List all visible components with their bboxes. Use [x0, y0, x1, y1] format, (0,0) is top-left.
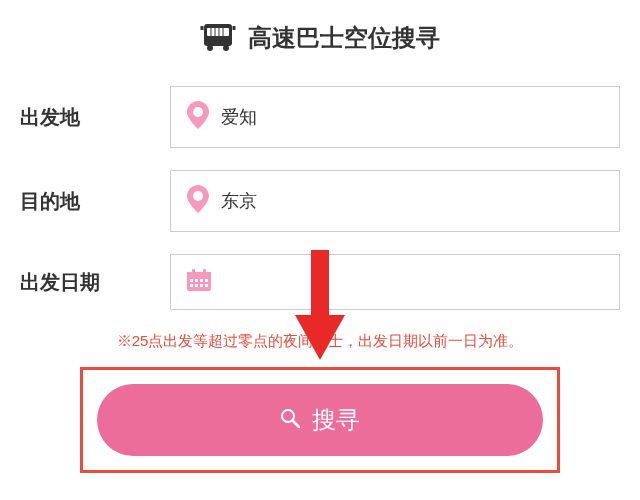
date-label: 出发日期 [20, 269, 150, 296]
search-button[interactable]: 搜寻 [97, 384, 543, 456]
svg-rect-18 [190, 284, 193, 287]
svg-rect-22 [192, 269, 195, 274]
svg-rect-20 [200, 284, 203, 287]
destination-label: 目的地 [20, 188, 150, 215]
destination-row: 目的地 东京 [20, 170, 620, 232]
svg-rect-17 [205, 279, 208, 282]
svg-point-2 [207, 45, 213, 51]
svg-rect-1 [207, 28, 229, 36]
origin-label: 出发地 [20, 104, 150, 131]
destination-input[interactable]: 东京 [170, 170, 620, 232]
svg-point-11 [193, 191, 203, 201]
svg-rect-21 [205, 284, 208, 287]
origin-value: 爱知 [221, 105, 257, 129]
svg-rect-19 [195, 284, 198, 287]
svg-rect-23 [203, 269, 206, 274]
search-icon [280, 406, 300, 434]
date-input[interactable] [170, 254, 620, 310]
search-highlight-box: 搜寻 [80, 367, 560, 473]
svg-rect-14 [190, 279, 193, 282]
destination-value: 东京 [221, 189, 257, 213]
page-title: 高速巴士空位搜寻 [248, 22, 440, 54]
origin-input[interactable]: 爱知 [170, 86, 620, 148]
svg-point-10 [193, 107, 203, 117]
search-button-label: 搜寻 [312, 404, 360, 436]
search-header: 高速巴士空位搜寻 [20, 20, 620, 56]
svg-rect-15 [195, 279, 198, 282]
svg-line-27 [293, 421, 299, 427]
svg-point-3 [223, 45, 229, 51]
origin-row: 出发地 爱知 [20, 86, 620, 148]
svg-marker-25 [295, 315, 345, 360]
pin-icon [187, 101, 209, 133]
arrow-down-icon [295, 250, 345, 364]
svg-rect-16 [200, 279, 203, 282]
pin-icon [187, 185, 209, 217]
svg-rect-13 [187, 272, 211, 277]
bus-icon [200, 20, 236, 56]
calendar-icon [187, 269, 211, 295]
svg-rect-24 [311, 250, 329, 320]
